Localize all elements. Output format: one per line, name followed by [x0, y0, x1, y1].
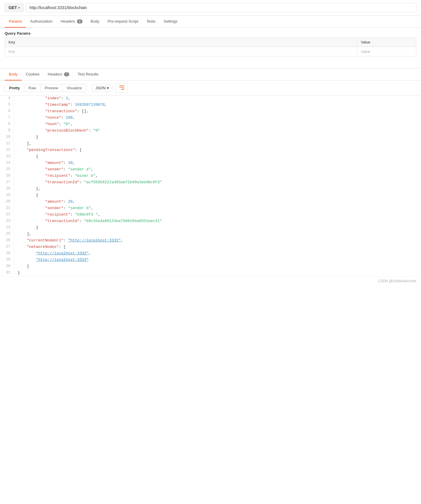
- tab-headers[interactable]: Headers 6: [57, 16, 87, 28]
- format-raw-button[interactable]: Raw: [24, 84, 41, 92]
- tab-tests[interactable]: Tests: [142, 16, 159, 28]
- code-line: 18 },: [0, 186, 421, 192]
- code-line: 14 "amount": 10,: [0, 160, 421, 167]
- format-preview-button[interactable]: Preview: [41, 84, 63, 92]
- line-number: 27: [0, 244, 14, 249]
- key-cell-placeholder[interactable]: Key: [5, 47, 357, 56]
- line-number: 14: [0, 160, 14, 165]
- tab-pre-request[interactable]: Pre-request Script: [103, 16, 142, 28]
- code-line: 10 }: [0, 134, 421, 141]
- line-content: {: [14, 192, 421, 198]
- code-line: 21 "sender": "sender b",: [0, 205, 421, 212]
- spacer: [0, 56, 421, 68]
- line-number: 8: [0, 121, 14, 127]
- params-table-header: Key Value: [5, 38, 416, 47]
- line-content: "sender": "sender b",: [14, 205, 421, 211]
- code-line: 13 {: [0, 154, 421, 160]
- method-label: GET: [9, 5, 17, 10]
- line-content: "amount": 10,: [14, 160, 421, 166]
- code-line: 17 "transactionId": "acf55058222a483abf2…: [0, 179, 421, 186]
- line-content: "timestamp": 1683507139070,: [14, 102, 421, 107]
- line-number: 6: [0, 108, 14, 114]
- line-number: 12: [0, 147, 14, 152]
- line-number: 30: [0, 263, 14, 269]
- query-params-title: Query Params: [0, 28, 421, 37]
- line-number: 11: [0, 141, 14, 146]
- tab-params[interactable]: Params: [5, 16, 26, 28]
- url-input[interactable]: [26, 3, 416, 12]
- line-content: "transactionId": "acf55058222a483abf2b49…: [14, 179, 421, 185]
- json-label: JSON: [95, 86, 106, 90]
- tab-response-headers[interactable]: Headers 7: [44, 68, 74, 80]
- format-pretty-button[interactable]: Pretty: [5, 84, 24, 92]
- line-content: "transactions": [],: [14, 108, 421, 114]
- line-number: 16: [0, 173, 14, 178]
- response-section: Body Cookies Headers 7 Test Results Pret…: [0, 68, 421, 276]
- line-number: 28: [0, 251, 14, 256]
- url-bar: GET ▾: [0, 0, 421, 16]
- line-content: "currentNodeUrl": "http://localhost:3331…: [14, 238, 421, 243]
- line-content: "transactionId": "b9c35a4a96124ea79d9194…: [14, 218, 421, 224]
- bottom-tabs: Body Cookies Headers 7 Test Results: [0, 68, 421, 80]
- tab-body[interactable]: Body: [87, 16, 104, 28]
- code-line: 6 "transactions": [],: [0, 108, 421, 115]
- code-line: 16 "recipient": "miner b",: [0, 173, 421, 179]
- tab-authorization[interactable]: Authorization: [26, 16, 57, 28]
- response-toolbar: Pretty Raw Preview Visualize JSON ▾: [0, 80, 421, 95]
- code-line: 24 }: [0, 225, 421, 231]
- method-dropdown[interactable]: GET ▾: [5, 3, 23, 12]
- code-line: 9 "previousBlockHash": "0": [0, 128, 421, 134]
- code-area: 4 "index": 1,5 "timestamp": 168350713907…: [0, 95, 421, 276]
- line-content: "sender": "sender a",: [14, 167, 421, 172]
- line-content: }: [14, 134, 421, 140]
- watermark: CSDN @GoldenaArcher: [0, 276, 421, 285]
- line-content: "previousBlockHash": "0": [14, 128, 421, 133]
- line-number: 26: [0, 238, 14, 243]
- headers-badge: 6: [77, 19, 82, 23]
- wrap-button[interactable]: [116, 83, 128, 93]
- tab-settings[interactable]: Settings: [159, 16, 181, 28]
- line-number: 7: [0, 115, 14, 120]
- line-content: ],: [14, 231, 421, 237]
- line-number: 17: [0, 179, 14, 185]
- line-content: "pendingTransactions": [: [14, 147, 421, 153]
- line-number: 23: [0, 218, 14, 224]
- top-tabs: Params Authorization Headers 6 Body Pre-…: [0, 16, 421, 28]
- line-content: },: [14, 186, 421, 191]
- format-group: Pretty Raw Preview Visualize: [5, 84, 86, 92]
- line-number: 25: [0, 231, 14, 236]
- params-table: Key Value Key Value: [5, 37, 416, 56]
- line-number: 15: [0, 167, 14, 172]
- format-visualize-button[interactable]: Visualize: [63, 84, 86, 92]
- line-content: "hash": "0",: [14, 121, 421, 127]
- line-content: }: [14, 225, 421, 230]
- tab-test-results[interactable]: Test Results: [73, 68, 102, 80]
- code-line: 28 "http://localhost:3332",: [0, 251, 421, 257]
- code-line: 22 "recipient": "b90c9f3 ",: [0, 212, 421, 218]
- code-line: 31}: [0, 270, 421, 276]
- code-line: 7 "nonce": 100,: [0, 115, 421, 121]
- code-line: 26 "currentNodeUrl": "http://localhost:3…: [0, 238, 421, 244]
- code-line: 4 "index": 1,: [0, 95, 421, 102]
- tab-cookies[interactable]: Cookies: [22, 68, 44, 80]
- json-format-select[interactable]: JSON ▾: [92, 84, 112, 92]
- line-number: 19: [0, 192, 14, 198]
- code-line: 20 "amount": 20,: [0, 199, 421, 205]
- code-line: 11 ],: [0, 141, 421, 147]
- code-line: 29 "http://localhost:3333": [0, 257, 421, 263]
- line-number: 13: [0, 154, 14, 159]
- code-line: 25 ],: [0, 231, 421, 238]
- params-row-empty: Key Value: [5, 47, 416, 56]
- code-line: 15 "sender": "sender a",: [0, 167, 421, 173]
- tab-response-body[interactable]: Body: [5, 68, 22, 80]
- line-content: {: [14, 154, 421, 159]
- line-number: 18: [0, 186, 14, 191]
- line-content: "index": 1,: [14, 95, 421, 101]
- code-line: 27 "networkNodes": [: [0, 244, 421, 251]
- value-cell-placeholder[interactable]: Value: [357, 47, 416, 56]
- line-content: "networkNodes": [: [14, 244, 421, 250]
- line-content: "recipient": "miner b",: [14, 173, 421, 179]
- code-line: 8 "hash": "0",: [0, 121, 421, 128]
- line-number: 10: [0, 134, 14, 140]
- line-content: "http://localhost:3333": [14, 257, 421, 263]
